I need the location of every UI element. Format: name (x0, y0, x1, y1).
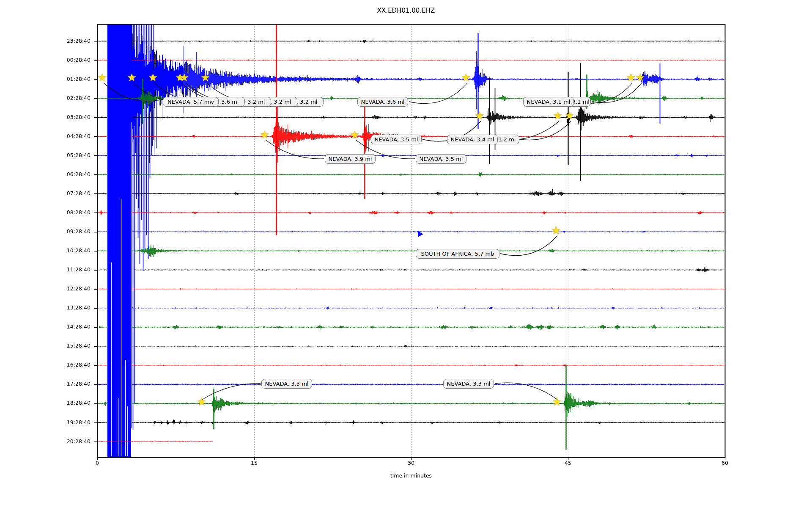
x-tick-label: 45 (565, 460, 571, 466)
x-tick-label: 30 (408, 460, 414, 466)
event-star-icon: ★ (626, 72, 636, 83)
y-tick-label: 13:28:40 (0, 304, 91, 311)
y-tick-label: 01:28:40 (0, 76, 91, 82)
event-star-icon: ★ (552, 396, 562, 407)
y-tick-label: 05:28:40 (0, 152, 91, 158)
event-star-icon: ★ (553, 110, 562, 121)
y-tick-label: 04:28:40 (0, 133, 91, 139)
event-label: NEVADA, 3.9 ml (325, 154, 376, 164)
y-tick-label: 10:28:40 (0, 247, 91, 254)
figure-title: XX.EDH01.00.EHZ (0, 7, 812, 14)
y-tick-label: 03:28:40 (0, 114, 91, 120)
event-label: SOUTH OF AFRICA, 5.7 mb (416, 249, 499, 259)
event-star-icon: ★ (97, 72, 107, 83)
y-tick-label: 17:28:40 (0, 381, 91, 387)
event-star-icon: ★ (148, 72, 158, 83)
event-label: NEVADA, 3.5 ml (371, 135, 422, 144)
x-tick-label: 0 (96, 460, 99, 466)
y-tick-label: 02:28:40 (0, 95, 91, 101)
event-label: NEVADA, 3.6 ml (357, 97, 408, 107)
event-label: NEVADA, 3.3 ml (443, 379, 494, 389)
event-star-icon: ★ (127, 72, 137, 83)
y-tick-label: 19:28:40 (0, 419, 91, 425)
event-star-icon: ★ (260, 129, 269, 140)
event-label: NEVADA, 5.7 mw (163, 97, 219, 107)
event-star-icon: ★ (197, 396, 206, 407)
y-tick-label: 11:28:40 (0, 266, 91, 273)
y-tick-label: 12:28:40 (0, 285, 91, 292)
event-star-icon: ★ (461, 72, 471, 83)
event-label: NEVADA, 3.1 ml (523, 97, 574, 107)
event-label: NEVADA, 3.4 ml (447, 135, 498, 144)
event-label: NEVADA, 3.5 ml (416, 154, 466, 164)
event-star-icon: ★ (200, 72, 210, 83)
x-axis-title: time in minutes (390, 472, 432, 479)
y-tick-label: 09:28:40 (0, 228, 91, 235)
event-star-icon: ★ (565, 110, 574, 121)
y-tick-label: 07:28:40 (0, 190, 91, 196)
event-star-icon: ★ (551, 225, 561, 236)
x-tick-label: 60 (721, 460, 728, 466)
y-tick-label: 18:28:40 (0, 400, 91, 406)
y-tick-label: 15:28:40 (0, 342, 91, 349)
helicorder-figure: XX.EDH01.00.EHZ 23:28:4000:28:4001:28:40… (0, 0, 812, 508)
x-tick-label: 15 (251, 460, 258, 466)
y-tick-label: 00:28:40 (0, 57, 91, 63)
event-star-icon: ★ (350, 129, 359, 140)
event-star-icon: ★ (635, 72, 645, 83)
y-tick-label: 23:28:40 (0, 38, 91, 44)
y-tick-label: 08:28:40 (0, 209, 91, 215)
event-label: NEVADA, 3.3 ml (261, 379, 312, 389)
y-tick-label: 20:28:40 (0, 438, 91, 444)
event-star-icon: ★ (179, 72, 189, 83)
seismogram-plot (0, 0, 812, 508)
y-tick-label: 14:28:40 (0, 323, 91, 330)
event-star-icon: ★ (475, 110, 484, 121)
y-tick-label: 06:28:40 (0, 171, 91, 177)
y-tick-label: 16:28:40 (0, 362, 91, 368)
